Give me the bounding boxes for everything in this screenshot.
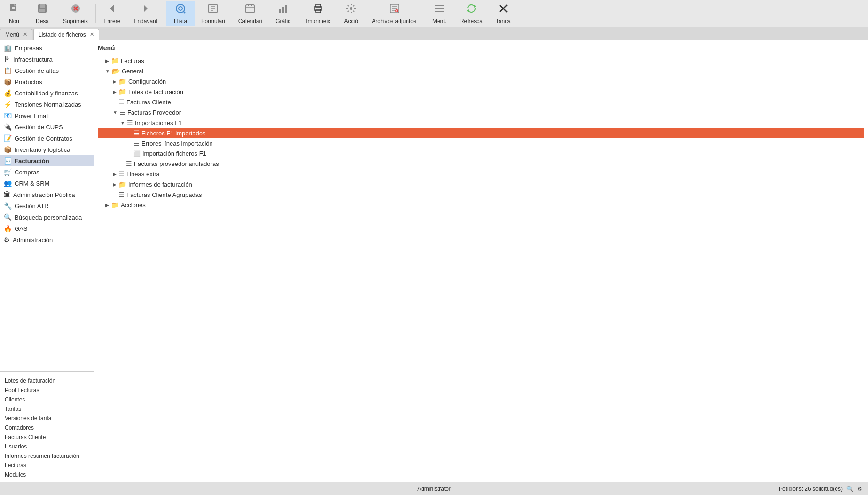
- enrere-button[interactable]: Enrere: [97, 1, 127, 26]
- sidebar-label-productos: Productos: [15, 79, 42, 86]
- sidebar-label-contabilidad: Contabilidad y finanzas: [15, 90, 78, 97]
- accio-label: Acció: [344, 18, 358, 24]
- sidebar-item-busqueda[interactable]: 🔍 Búsqueda personalizada: [0, 212, 94, 223]
- svg-line-14: [183, 11, 185, 13]
- tree-label-importaciones-f1: Importaciones F1: [135, 119, 182, 126]
- sidebar-item-gestion-cups[interactable]: 🔌 Gestión de CUPS: [0, 121, 94, 133]
- quick-link-9[interactable]: Lecturas: [0, 461, 94, 470]
- svg-rect-38: [435, 5, 444, 6]
- tree-importaciones-f1[interactable]: ▼ ☰ Importaciones F1: [98, 118, 864, 128]
- tab-ficheros-close[interactable]: ✕: [90, 31, 94, 38]
- tree-facturas-prov-anuladoras[interactable]: ▶ ☰ Facturas proveedor anuladoras: [98, 158, 864, 169]
- list-lineas-extra: ☰: [118, 170, 125, 178]
- tree-label-lotes-fact: Lotes de facturación: [128, 88, 183, 95]
- tree-lotes-fact[interactable]: ▶ 📁 Lotes de facturación: [98, 86, 864, 97]
- sidebar-item-facturacion[interactable]: 🧾 Facturación: [0, 155, 94, 166]
- tree-label-facturas-cli-agrupadas: Facturas Cliente Agrupadas: [126, 191, 202, 198]
- sidebar-item-tensiones[interactable]: ⚡ Tensiones Normalizadas: [0, 99, 94, 110]
- sidebar-item-compras[interactable]: 🛒 Compras: [0, 166, 94, 178]
- gestion-contratos-icon: 📝: [4, 134, 12, 142]
- sidebar-item-empresas[interactable]: 🏢 Empresas: [0, 42, 94, 54]
- tree-errores-lineas[interactable]: ▶ ☰ Errores líneas importación: [98, 138, 864, 149]
- tree-facturas-cli-agrupadas[interactable]: ▶ ☰ Facturas Cliente Agrupadas: [98, 189, 864, 200]
- tree-lecturas[interactable]: ▶ 📁 Lecturas: [98, 55, 864, 66]
- quick-link-10[interactable]: Modules: [0, 470, 94, 479]
- formulari-button[interactable]: Formulari: [195, 1, 232, 26]
- quick-link-0[interactable]: Lotes de facturación: [0, 376, 94, 385]
- sidebar-item-administracion-publica[interactable]: 🏛 Administración Pública: [0, 189, 94, 200]
- menu-button[interactable]: Menú: [425, 1, 454, 26]
- tree-importacion-ficheros[interactable]: ▶ ⬜ Importación ficheros F1: [98, 149, 864, 158]
- sidebar-item-gestion-contratos[interactable]: 📝 Gestión de Contratos: [0, 133, 94, 144]
- suprimeix-button[interactable]: Suprimeix: [56, 1, 94, 26]
- sidebar-item-inventario[interactable]: 📦 Inventario y logística: [0, 144, 94, 155]
- tree-configuracion[interactable]: ▶ 📁 Configuración: [98, 76, 864, 86]
- sidebar-item-gestion-altas[interactable]: 📋 Gestión de altas: [0, 65, 94, 76]
- sidebar-item-contabilidad[interactable]: 💰 Contabilidad y finanzas: [0, 87, 94, 99]
- desa-label: Desa: [36, 18, 49, 24]
- sidebar-item-power-email[interactable]: 📧 Power Email: [0, 110, 94, 121]
- tab-menu[interactable]: Menú ✕: [0, 29, 32, 40]
- statusbar-search-icon[interactable]: 🔍: [846, 486, 853, 492]
- nou-button[interactable]: Nou: [0, 1, 28, 26]
- tree-ficheros-f1[interactable]: ▶ ☰ Ficheros F1 importados: [98, 128, 864, 138]
- sidebar-label-power-email: Power Email: [15, 112, 49, 119]
- calendari-button[interactable]: Calendari: [232, 1, 269, 26]
- svg-marker-11: [144, 5, 148, 12]
- productos-icon: 📦: [4, 78, 12, 86]
- sidebar-item-gas[interactable]: 🔥 GAS: [0, 223, 94, 234]
- refresca-button[interactable]: Refresca: [454, 1, 489, 26]
- llista-button[interactable]: Llista: [166, 1, 195, 26]
- statusbar-right: Peticions: 26 solicitud(es) 🔍 ⚙: [577, 486, 862, 492]
- sidebar-label-tensiones: Tensiones Normalizadas: [15, 101, 81, 108]
- tree-label-ficheros-f1: Ficheros F1 importados: [141, 130, 206, 137]
- sidebar: 🏢 Empresas 🗄 Infraestructura 📋 Gestión d…: [0, 40, 94, 482]
- sidebar-item-administracion[interactable]: ⚙ Administración: [0, 234, 94, 245]
- tree-label-facturas-prov-anuladoras: Facturas proveedor anuladoras: [134, 160, 219, 167]
- menu-icon: [434, 3, 445, 17]
- svg-rect-24: [282, 7, 284, 13]
- empresas-icon: 🏢: [4, 44, 12, 52]
- tree-facturas-cliente[interactable]: ▶ ☰ Facturas Cliente: [98, 97, 864, 107]
- quick-link-2[interactable]: Clientes: [0, 395, 94, 404]
- svg-rect-25: [285, 5, 287, 13]
- svg-rect-39: [435, 8, 444, 9]
- sidebar-item-gestion-atr[interactable]: 🔧 Gestión ATR: [0, 200, 94, 212]
- quick-link-11[interactable]: Ficheros F1 importados: [0, 479, 94, 482]
- quick-link-3[interactable]: Tarifas: [0, 404, 94, 414]
- quick-link-8[interactable]: Informes resumen facturación: [0, 451, 94, 461]
- quick-link-6[interactable]: Facturas Cliente: [0, 432, 94, 442]
- list-importaciones-f1: ☰: [127, 119, 133, 126]
- tree-general[interactable]: ▼ 📂 General: [98, 66, 864, 76]
- arxius-label: Archivos adjuntos: [372, 18, 416, 24]
- quick-link-4[interactable]: Versiones de tarifa: [0, 414, 94, 423]
- statusbar-settings-icon[interactable]: ⚙: [857, 486, 862, 492]
- arxius-button[interactable]: Archivos adjuntos: [365, 1, 423, 26]
- sidebar-item-infraestructura[interactable]: 🗄 Infraestructura: [0, 54, 94, 65]
- tab-ficheros[interactable]: Listado de ficheros ✕: [33, 29, 99, 40]
- accio-button[interactable]: Acció: [337, 1, 365, 26]
- imprimeix-button[interactable]: Imprimeix: [299, 1, 337, 26]
- sidebar-item-productos[interactable]: 📦 Productos: [0, 76, 94, 87]
- arrow-importaciones-f1: ▼: [120, 120, 125, 126]
- menu-label: Menú: [432, 18, 446, 24]
- tanca-button[interactable]: Tanca: [489, 1, 517, 26]
- tab-menu-close[interactable]: ✕: [23, 31, 27, 38]
- tree-lineas-extra[interactable]: ▶ ☰ Lineas extra: [98, 169, 864, 179]
- quick-link-7[interactable]: Usuarios: [0, 442, 94, 451]
- grafic-button[interactable]: Gràfic: [269, 1, 297, 26]
- tree-label-general: General: [122, 68, 143, 75]
- tree-facturas-proveedor[interactable]: ▼ ☰ Facturas Proveedor: [98, 107, 864, 118]
- desa-button[interactable]: Desa: [28, 1, 56, 26]
- tree-informes-fact[interactable]: ▶ 📁 Informes de facturación: [98, 179, 864, 189]
- tree-acciones[interactable]: ▶ 📁 Acciones: [98, 200, 864, 210]
- suprimeix-label: Suprimeix: [63, 18, 88, 24]
- sidebar-item-crm[interactable]: 👥 CRM & SRM: [0, 178, 94, 189]
- quick-link-1[interactable]: Pool Lecturas: [0, 385, 94, 395]
- list-facturas-cli-agrupadas: ☰: [118, 191, 125, 198]
- arrow-lineas-extra: ▶: [113, 172, 117, 177]
- svg-rect-6: [39, 9, 45, 12]
- gestion-cups-icon: 🔌: [4, 123, 12, 131]
- quick-link-5[interactable]: Contadores: [0, 423, 94, 432]
- endavant-button[interactable]: Endavant: [127, 1, 164, 26]
